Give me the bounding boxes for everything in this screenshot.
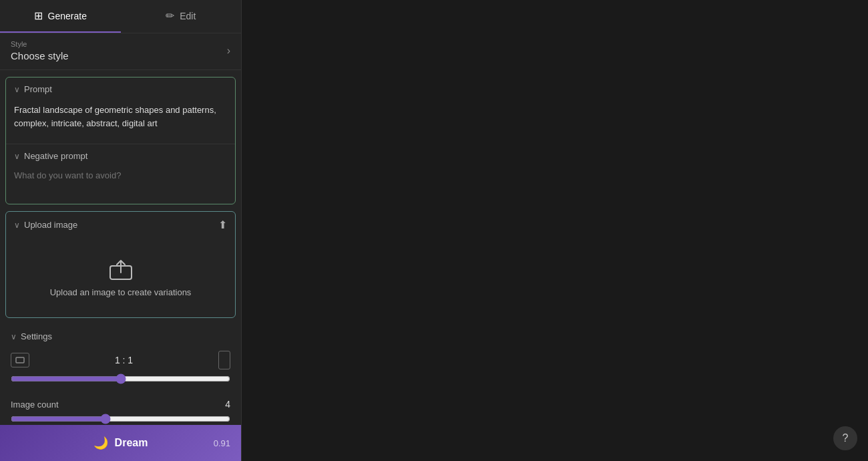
style-chooser[interactable]: Style Choose style › <box>0 33 241 70</box>
upload-header-left: ∨ Upload image <box>14 220 77 230</box>
upload-label: Upload image <box>24 220 77 230</box>
style-label: Style <box>11 40 69 48</box>
dream-button[interactable]: 🌙 Dream 0.91 <box>0 425 241 461</box>
dream-moon-icon: 🌙 <box>93 436 108 450</box>
aspect-ratio-landscape-icon[interactable] <box>11 353 29 367</box>
prompt-chevron-icon: ∨ <box>14 85 20 94</box>
help-button[interactable]: ? <box>833 426 857 450</box>
prompt-section: ∨ Prompt Fractal landscape of geometric … <box>5 77 236 204</box>
dream-version: 0.91 <box>214 438 230 448</box>
style-value: Choose style <box>11 50 69 61</box>
upload-body[interactable]: Upload an image to create variations <box>6 238 235 317</box>
negative-prompt-textarea[interactable] <box>6 168 235 201</box>
upload-image-icon <box>107 257 134 281</box>
help-icon: ? <box>843 432 849 444</box>
prompt-label: Prompt <box>24 84 52 94</box>
negative-section: ∨ Negative prompt <box>6 144 235 204</box>
upload-share-icon: ⬆ <box>218 218 227 231</box>
chevron-right-icon: › <box>227 45 230 57</box>
style-info: Style Choose style <box>11 40 69 61</box>
edit-icon: ✏ <box>166 9 174 22</box>
settings-header[interactable]: ∨ Settings <box>11 327 230 345</box>
main-area: ? <box>242 0 868 461</box>
sidebar-content: Style Choose style › ∨ Prompt Fractal la… <box>0 33 241 425</box>
prompt-header[interactable]: ∨ Prompt <box>6 78 235 101</box>
upload-chevron-icon: ∨ <box>14 220 20 230</box>
aspect-ratio-portrait-icon[interactable] <box>218 351 230 369</box>
upload-image-section: ∨ Upload image ⬆ Upload an image to crea… <box>5 211 236 318</box>
negative-label: Negative prompt <box>24 151 87 161</box>
upload-header[interactable]: ∨ Upload image ⬆ <box>6 212 235 238</box>
tab-bar: ⊞ Generate ✏ Edit <box>0 0 241 33</box>
tab-edit-label: Edit <box>180 11 196 21</box>
settings-label: Settings <box>21 331 52 341</box>
tab-edit[interactable]: ✏ Edit <box>121 0 242 33</box>
svg-rect-1 <box>16 357 24 363</box>
prompt-textarea[interactable]: Fractal landscape of geometric shapes an… <box>6 101 235 141</box>
image-count-value: 4 <box>225 399 230 410</box>
sidebar: ⊞ Generate ✏ Edit Style Choose style › ∨… <box>0 0 242 461</box>
tab-generate[interactable]: ⊞ Generate <box>0 0 121 33</box>
image-count-slider-container <box>11 412 230 425</box>
settings-chevron-icon: ∨ <box>11 332 17 341</box>
aspect-ratio-value: 1 : 1 <box>115 355 133 365</box>
aspect-slider-container <box>11 372 230 392</box>
aspect-ratio-row: 1 : 1 <box>11 345 230 372</box>
image-count-slider[interactable] <box>11 414 230 424</box>
negative-header[interactable]: ∨ Negative prompt <box>6 144 235 168</box>
image-count-row: Image count 4 <box>11 392 230 412</box>
dream-button-label: Dream <box>115 437 148 449</box>
generate-icon: ⊞ <box>34 9 43 22</box>
aspect-ratio-slider[interactable] <box>11 373 230 384</box>
settings-section: ∨ Settings 1 : 1 Image count 4 <box>0 322 241 425</box>
upload-body-text: Upload an image to create variations <box>50 287 192 297</box>
negative-chevron-icon: ∨ <box>14 152 20 161</box>
image-count-label: Image count <box>11 400 59 410</box>
tab-generate-label: Generate <box>48 11 87 21</box>
